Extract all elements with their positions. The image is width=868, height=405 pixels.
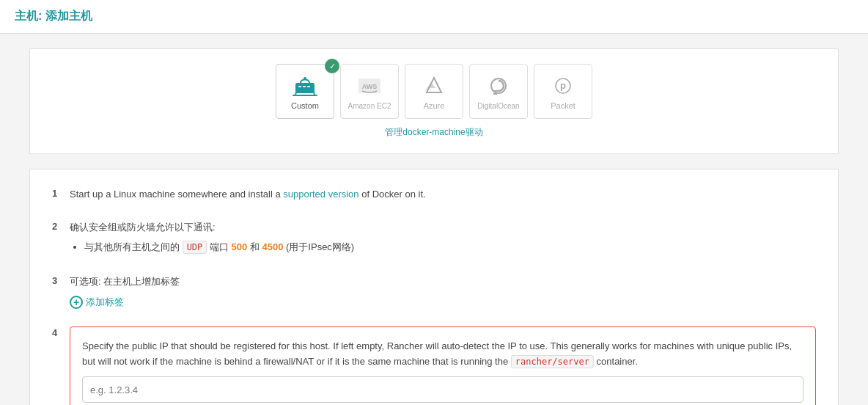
provider-section: ✓ Custom (29, 48, 839, 154)
page-title: 主机: 添加主机 (15, 9, 853, 24)
provider-azure[interactable]: Azure (405, 64, 463, 119)
svg-rect-2 (303, 86, 306, 87)
rancher-server-code: rancher/server (511, 355, 594, 368)
step-4-number: 4 (52, 326, 70, 338)
udp-label: UDP (183, 241, 207, 254)
step-3-number: 3 (52, 274, 70, 286)
provider-packet[interactable]: p Packet (534, 64, 592, 119)
provider-custom[interactable]: ✓ Custom (276, 64, 334, 119)
step-1-link[interactable]: supported version (283, 189, 358, 200)
svg-text:AWS: AWS (362, 83, 378, 90)
step-1-text-after: of Docker on it. (359, 189, 426, 200)
port-4500: 4500 (262, 241, 283, 252)
step-1-content: Start up a Linux machine somewhere and i… (70, 187, 816, 202)
step-4: 4 Specify the public IP that should be r… (52, 326, 816, 405)
svg-rect-1 (298, 86, 301, 87)
step-1-number: 1 (52, 187, 70, 199)
azure-icon (419, 73, 449, 98)
steps-container: 1 Start up a Linux machine somewhere and… (29, 169, 839, 405)
custom-label: Custom (291, 101, 319, 110)
step-2-text: 确认安全组或防火墙允许以下通讯: (70, 220, 816, 236)
step-4-description: Specify the public IP that should be reg… (82, 339, 803, 370)
step-2-bullets: 与其他所有主机之间的 UDP 端口 500 和 4500 (用于IPsec网络) (84, 240, 816, 255)
add-tag-label: 添加标签 (86, 296, 124, 309)
ip-input[interactable] (82, 376, 803, 403)
step-2-number: 2 (52, 220, 70, 232)
svg-marker-9 (424, 82, 435, 92)
step-1: 1 Start up a Linux machine somewhere and… (52, 187, 816, 202)
svg-rect-5 (293, 95, 317, 96)
step-3-text: 可选项: 在主机上增加标签 (70, 274, 816, 290)
packet-icon: p (548, 73, 578, 98)
step-3-content: 可选项: 在主机上增加标签 + 添加标签 (70, 274, 816, 309)
svg-rect-0 (295, 83, 315, 93)
step-2: 2 确认安全组或防火墙允许以下通讯: 与其他所有主机之间的 UDP 端口 500… (52, 220, 816, 257)
provider-amazon-ec2[interactable]: AWS Amazon EC2 (340, 64, 399, 119)
provider-digitalocean[interactable]: DigitalOcean (469, 64, 528, 119)
step-1-text-before: Start up a Linux machine somewhere and i… (70, 189, 283, 200)
digitalocean-label: DigitalOcean (477, 102, 519, 110)
check-badge: ✓ (325, 59, 339, 73)
step-2-bullet-1: 与其他所有主机之间的 UDP 端口 500 和 4500 (用于IPsec网络) (84, 240, 816, 255)
step-2-content: 确认安全组或防火墙允许以下通讯: 与其他所有主机之间的 UDP 端口 500 和… (70, 220, 816, 257)
add-tag-button[interactable]: + 添加标签 (70, 296, 124, 309)
svg-point-4 (304, 77, 306, 80)
svg-marker-8 (427, 78, 441, 92)
amazon-ec2-label: Amazon EC2 (348, 102, 391, 110)
azure-label: Azure (424, 101, 445, 110)
manage-drivers-link[interactable]: 管理docker-machine驱动 (385, 126, 482, 139)
port-500: 500 (232, 241, 248, 252)
ip-input-row (82, 376, 803, 403)
amazon-ec2-icon: AWS (355, 73, 384, 99)
digitalocean-icon (484, 73, 513, 99)
custom-icon (290, 73, 320, 98)
plus-icon: + (70, 296, 83, 309)
svg-text:p: p (560, 80, 566, 91)
provider-list: ✓ Custom (276, 64, 592, 119)
ip-section: Specify the public IP that should be reg… (70, 326, 816, 405)
content-area: ✓ Custom (0, 34, 868, 405)
step-4-content: Specify the public IP that should be reg… (70, 326, 816, 405)
packet-label: Packet (551, 101, 575, 110)
svg-rect-3 (307, 86, 310, 87)
page-header: 主机: 添加主机 (0, 0, 868, 34)
step-3: 3 可选项: 在主机上增加标签 + 添加标签 (52, 274, 816, 309)
